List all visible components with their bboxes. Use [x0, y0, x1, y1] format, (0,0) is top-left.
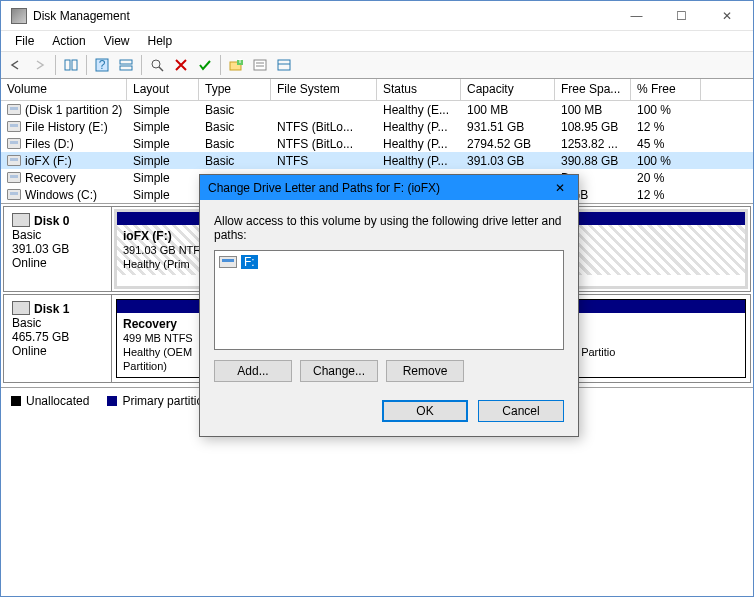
- drive-icon: [7, 155, 21, 166]
- list-icon[interactable]: [273, 54, 295, 76]
- svg-rect-5: [120, 66, 132, 70]
- change-button[interactable]: Change...: [300, 360, 378, 382]
- volume-header: Volume Layout Type File System Status Ca…: [1, 79, 753, 101]
- disk-info: Disk 0Basic391.03 GBOnline: [4, 207, 112, 291]
- volume-row[interactable]: ioFX (F:)SimpleBasicNTFSHealthy (P...391…: [1, 152, 753, 169]
- properties-icon[interactable]: [249, 54, 271, 76]
- change-drive-letter-dialog: Change Drive Letter and Paths for F: (io…: [199, 174, 579, 437]
- svg-point-6: [152, 60, 160, 68]
- col-filesystem[interactable]: File System: [271, 79, 377, 100]
- dialog-message: Allow access to this volume by using the…: [214, 214, 564, 242]
- check-icon[interactable]: [194, 54, 216, 76]
- disk-info: Disk 1Basic465.75 GBOnline: [4, 295, 112, 382]
- svg-rect-4: [120, 60, 132, 64]
- menu-view[interactable]: View: [96, 32, 138, 50]
- svg-line-7: [159, 67, 163, 71]
- col-pctfree[interactable]: % Free: [631, 79, 701, 100]
- menu-file[interactable]: File: [7, 32, 42, 50]
- drive-icon: [219, 256, 237, 268]
- minimize-button[interactable]: —: [614, 2, 659, 30]
- drive-icon: [7, 121, 21, 132]
- remove-button[interactable]: Remove: [386, 360, 464, 382]
- dialog-close-icon[interactable]: ✕: [550, 178, 570, 198]
- disk-icon: [12, 213, 30, 227]
- svg-rect-14: [278, 60, 290, 70]
- drive-icon: [7, 138, 21, 149]
- delete-icon[interactable]: [170, 54, 192, 76]
- svg-rect-11: [254, 60, 266, 70]
- volume-row[interactable]: File History (E:)SimpleBasicNTFS (BitLo.…: [1, 118, 753, 135]
- legend-unallocated: Unallocated: [11, 394, 89, 408]
- titlebar: Disk Management — ☐ ✕: [1, 1, 753, 31]
- col-volume[interactable]: Volume: [1, 79, 127, 100]
- list-item[interactable]: F:: [219, 255, 559, 269]
- col-layout[interactable]: Layout: [127, 79, 199, 100]
- window-title: Disk Management: [33, 9, 614, 23]
- drive-letter-listbox[interactable]: F:: [214, 250, 564, 350]
- forward-icon[interactable]: [29, 54, 51, 76]
- drive-icon: [7, 189, 21, 200]
- layout-icon[interactable]: [115, 54, 137, 76]
- show-hide-icon[interactable]: [60, 54, 82, 76]
- ok-button[interactable]: OK: [382, 400, 468, 422]
- app-icon: [11, 8, 27, 24]
- cancel-button[interactable]: Cancel: [478, 400, 564, 422]
- dialog-titlebar[interactable]: Change Drive Letter and Paths for F: (io…: [200, 175, 578, 200]
- drive-icon: [7, 172, 21, 183]
- col-capacity[interactable]: Capacity: [461, 79, 555, 100]
- legend-primary: Primary partition: [107, 394, 209, 408]
- disk-icon: [12, 301, 30, 315]
- help-icon[interactable]: ?: [91, 54, 113, 76]
- drive-icon: [7, 104, 21, 115]
- dialog-title: Change Drive Letter and Paths for F: (io…: [208, 181, 550, 195]
- svg-text:+: +: [236, 59, 243, 67]
- close-button[interactable]: ✕: [704, 2, 749, 30]
- volume-row[interactable]: (Disk 1 partition 2)SimpleBasicHealthy (…: [1, 101, 753, 118]
- add-button[interactable]: Add...: [214, 360, 292, 382]
- svg-rect-0: [65, 60, 70, 70]
- maximize-button[interactable]: ☐: [659, 2, 704, 30]
- explore-icon[interactable]: [146, 54, 168, 76]
- menu-help[interactable]: Help: [140, 32, 181, 50]
- back-icon[interactable]: [5, 54, 27, 76]
- col-type[interactable]: Type: [199, 79, 271, 100]
- new-folder-icon[interactable]: +: [225, 54, 247, 76]
- toolbar: ? +: [1, 51, 753, 79]
- col-status[interactable]: Status: [377, 79, 461, 100]
- volume-row[interactable]: Files (D:)SimpleBasicNTFS (BitLo...Healt…: [1, 135, 753, 152]
- col-freespace[interactable]: Free Spa...: [555, 79, 631, 100]
- svg-text:?: ?: [99, 58, 106, 72]
- svg-rect-1: [72, 60, 77, 70]
- list-item-label: F:: [241, 255, 258, 269]
- menu-action[interactable]: Action: [44, 32, 93, 50]
- menubar: File Action View Help: [1, 31, 753, 51]
